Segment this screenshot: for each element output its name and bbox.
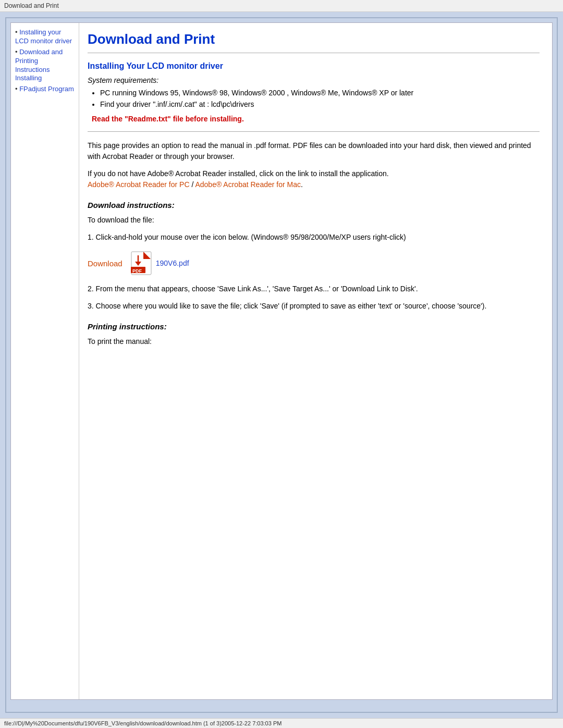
title-bar: Download and Print <box>0 0 563 12</box>
download-instructions-title: Download instructions: <box>88 201 540 209</box>
acrobat-period: . <box>301 180 303 189</box>
sys-req-item-1: PC running Windows 95, Windows® 98, Wind… <box>100 89 540 97</box>
pdf-icon: PDF <box>131 251 152 275</box>
download-para-1: To download the file: <box>88 215 540 226</box>
pdf-filename-link[interactable]: 190V6.pdf <box>156 259 189 267</box>
sidebar-item-download: Download and Printing Instructions Insta… <box>15 48 75 83</box>
sidebar-link-download[interactable]: Download and Printing Instructions Insta… <box>15 48 63 82</box>
status-bar-text: file:///D|/My%20Documents/dfu/190V6FB_V3… <box>4 720 282 726</box>
sidebar-item-fpadjust: FPadjust Program <box>15 85 75 94</box>
readme-warning: Read the "Readme.txt" file before instal… <box>92 115 540 123</box>
divider-1 <box>88 53 540 53</box>
acrobat-para: If you do not have Adobe® Acrobat Reader… <box>88 168 540 190</box>
divider-2 <box>88 131 540 132</box>
system-req-list: PC running Windows 95, Windows® 98, Wind… <box>100 89 540 108</box>
lcd-driver-section-title: Installing Your LCD monitor driver <box>88 61 540 71</box>
download-link[interactable]: Download <box>88 259 123 268</box>
status-bar: file:///D|/My%20Documents/dfu/190V6FB_V3… <box>0 718 563 728</box>
sidebar-item-installing: Installing your LCD monitor driver <box>15 28 75 46</box>
main-content: Download and Print Installing Your LCD m… <box>79 23 552 699</box>
page-title: Download and Print <box>88 31 540 47</box>
sidebar-link-fpadjust[interactable]: FPadjust Program <box>19 85 74 93</box>
sidebar-link-installing[interactable]: Installing your LCD monitor driver <box>15 28 72 45</box>
svg-text:PDF: PDF <box>132 268 142 274</box>
outer-frame: Installing your LCD monitor driver Downl… <box>5 17 558 713</box>
acrobat-separator: / <box>190 180 195 189</box>
acrobat-para-prefix: If you do not have Adobe® Acrobat Reader… <box>88 169 389 178</box>
sidebar-nav: Installing your LCD monitor driver Downl… <box>15 28 75 94</box>
download-step-2: 2. From the menu that appears, choose 'S… <box>88 283 540 294</box>
printing-instructions-title: Printing instructions: <box>88 322 540 331</box>
system-req-label: System requirements: <box>88 76 540 84</box>
sys-req-item-2: Find your driver ".inf/.icm/.cat" at : l… <box>100 100 540 108</box>
acrobat-mac-link[interactable]: Adobe® Acrobat Reader for Mac <box>195 180 301 189</box>
download-step-3: 3. Choose where you would like to save t… <box>88 301 540 312</box>
download-row: Download PDF <box>88 251 540 275</box>
title-bar-text: Download and Print <box>4 2 59 9</box>
print-para-1: To print the manual: <box>88 336 540 347</box>
intro-para-1: This page provides an option to read the… <box>88 140 540 162</box>
sidebar: Installing your LCD monitor driver Downl… <box>11 23 79 699</box>
inner-frame: Installing your LCD monitor driver Downl… <box>10 22 553 700</box>
download-step-1: 1. Click-and-hold your mouse over the ic… <box>88 232 540 243</box>
acrobat-pc-link[interactable]: Adobe® Acrobat Reader for PC <box>88 180 190 189</box>
